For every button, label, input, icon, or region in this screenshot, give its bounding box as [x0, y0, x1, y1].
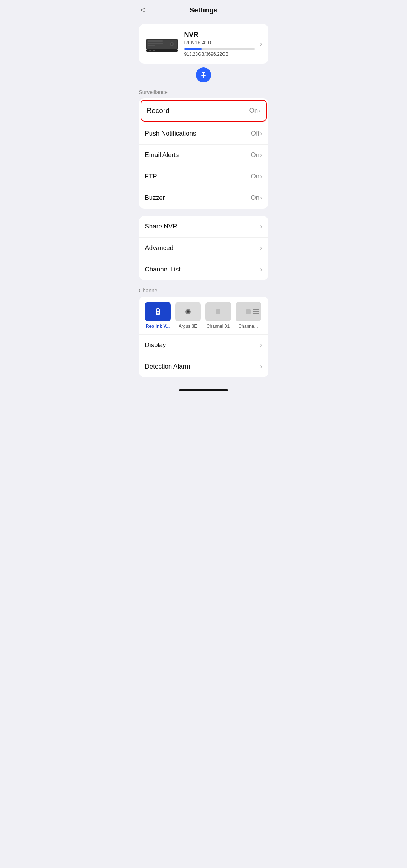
- buzzer-chevron: ›: [260, 195, 262, 201]
- channel-thumb-01: [205, 302, 231, 321]
- svg-rect-2: [148, 40, 163, 42]
- channel-group: Reolink V... Argus 3E Channel 01: [139, 297, 268, 377]
- ftp-label: FTP: [145, 173, 157, 180]
- buzzer-label: Buzzer: [145, 194, 165, 202]
- bottom-indicator: [133, 385, 274, 394]
- channel-reolink[interactable]: Reolink V...: [145, 302, 171, 329]
- surveillance-group: Record On › Push Notifications Off › Ema…: [139, 98, 268, 209]
- nvr-name: NVR: [184, 31, 255, 39]
- detection-alarm-chevron: ›: [260, 363, 262, 370]
- nvr-ethernet-icon: [196, 67, 211, 82]
- channel-argus-label: Argus 3E: [179, 324, 197, 329]
- surveillance-label: Surveillance: [133, 89, 274, 98]
- svg-point-16: [157, 312, 159, 314]
- channel-thumb-extra: [236, 302, 261, 321]
- detection-alarm-item[interactable]: Detection Alarm ›: [139, 356, 268, 377]
- nvr-storage-fill: [184, 48, 202, 50]
- nvr-storage-bar: [184, 48, 255, 50]
- channel-reolink-label: Reolink V...: [146, 324, 170, 329]
- home-indicator: [179, 389, 228, 391]
- channel-scroll[interactable]: Reolink V... Argus 3E Channel 01: [139, 297, 268, 335]
- channel-extra-label: Channe...: [238, 324, 258, 329]
- record-item[interactable]: Record On ›: [141, 100, 267, 122]
- advanced-item[interactable]: Advanced ›: [139, 238, 268, 259]
- nvr-device-svg: [145, 35, 179, 53]
- record-label: Record: [147, 107, 170, 115]
- reolink-icon: [153, 306, 163, 317]
- svg-rect-21: [246, 309, 251, 314]
- more-channels-icon: [253, 309, 259, 314]
- channel-list-label: Channel List: [145, 266, 181, 273]
- detection-alarm-label: Detection Alarm: [145, 363, 190, 370]
- share-nvr-chevron: ›: [260, 223, 262, 230]
- svg-point-19: [187, 311, 189, 312]
- display-chevron: ›: [260, 342, 262, 349]
- email-alerts-label: Email Alerts: [145, 151, 179, 159]
- svg-rect-9: [153, 50, 155, 51]
- buzzer-value: On ›: [251, 194, 262, 202]
- nvr-card[interactable]: NVR RLN16-410 913.23GB/3696.22GB ›: [139, 24, 268, 64]
- record-chevron: ›: [259, 107, 260, 114]
- channel-01[interactable]: Channel 01: [205, 302, 231, 329]
- ftp-value: On ›: [251, 173, 262, 180]
- push-notifications-item[interactable]: Push Notifications Off ›: [139, 123, 268, 145]
- svg-rect-8: [149, 50, 151, 51]
- header: < Settings: [133, 0, 274, 20]
- svg-rect-13: [202, 73, 203, 75]
- svg-rect-3: [148, 43, 163, 44]
- push-notifications-chevron: ›: [260, 130, 262, 137]
- advanced-chevron: ›: [260, 245, 262, 251]
- nvr-image: [145, 34, 179, 54]
- channel-list-item[interactable]: Channel List ›: [139, 259, 268, 280]
- svg-rect-11: [201, 75, 206, 76]
- buzzer-item[interactable]: Buzzer On ›: [139, 187, 268, 209]
- channel-extra[interactable]: Channe...: [236, 302, 261, 329]
- display-item[interactable]: Display ›: [139, 335, 268, 356]
- svg-rect-4: [148, 45, 155, 46]
- ftp-item[interactable]: FTP On ›: [139, 166, 268, 187]
- channel-argus[interactable]: Argus 3E: [175, 302, 201, 329]
- page-title: Settings: [190, 6, 218, 14]
- channel-section-label: Channel: [133, 288, 274, 297]
- back-button[interactable]: <: [141, 5, 145, 15]
- share-nvr-item[interactable]: Share NVR ›: [139, 216, 268, 238]
- nvr-info: NVR RLN16-410 913.23GB/3696.22GB: [184, 31, 255, 57]
- general-group: Share NVR › Advanced › Channel List ›: [139, 216, 268, 280]
- svg-rect-14: [204, 73, 205, 75]
- svg-point-6: [171, 43, 173, 45]
- nvr-chevron: ›: [260, 40, 262, 48]
- nvr-model: RLN16-410: [184, 40, 255, 46]
- svg-rect-20: [216, 309, 220, 314]
- record-value: On ›: [249, 107, 260, 114]
- channel-01-label: Channel 01: [207, 324, 230, 329]
- push-notifications-label: Push Notifications: [145, 130, 196, 137]
- nvr-storage-text: 913.23GB/3696.22GB: [184, 52, 255, 57]
- argus-icon: [184, 307, 193, 316]
- channel-extra-icon: [244, 307, 253, 316]
- channel-thumb-argus: [175, 302, 201, 321]
- ethernet-icon-svg: [199, 71, 208, 79]
- email-alerts-item[interactable]: Email Alerts On ›: [139, 145, 268, 166]
- advanced-label: Advanced: [145, 244, 174, 252]
- ftp-chevron: ›: [260, 173, 262, 180]
- email-alerts-chevron: ›: [260, 152, 262, 158]
- channel01-icon: [214, 307, 223, 316]
- channel-thumb-reolink: [145, 302, 171, 321]
- share-nvr-label: Share NVR: [145, 223, 177, 230]
- email-alerts-value: On ›: [251, 151, 262, 159]
- svg-rect-12: [203, 76, 204, 78]
- channel-list-chevron: ›: [260, 266, 262, 273]
- display-label: Display: [145, 341, 166, 349]
- push-notifications-value: Off ›: [251, 130, 262, 137]
